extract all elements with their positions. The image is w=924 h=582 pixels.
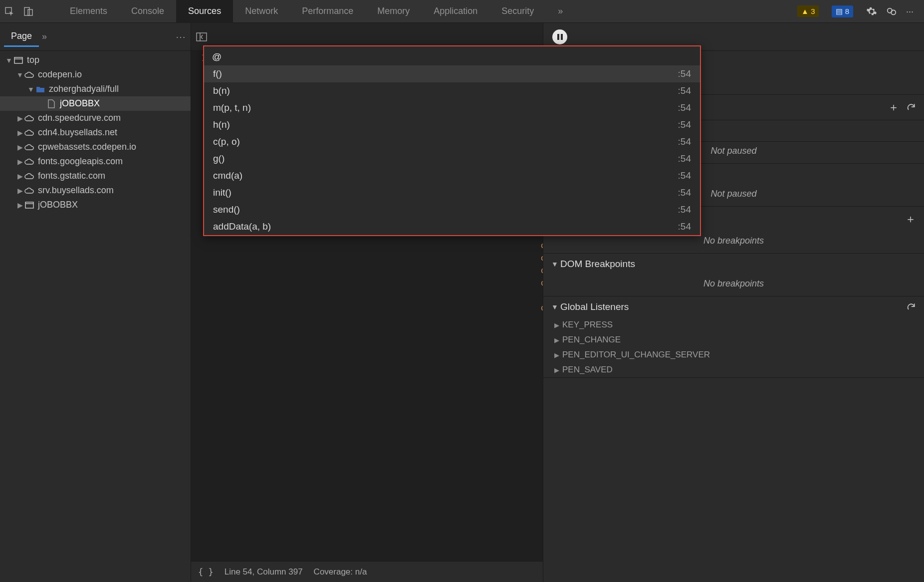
whats-new-icon[interactable]	[886, 6, 897, 17]
add-icon[interactable]: ＋	[905, 212, 916, 227]
window-icon	[13, 57, 24, 64]
svg-rect-2	[28, 9, 32, 15]
tree-twist-icon[interactable]: ▼	[5, 56, 13, 64]
editor-area: @ f():54b(n):54m(p, t, n):54h(n):54c(p, …	[191, 23, 543, 582]
tree-label: fonts.gstatic.com	[38, 171, 105, 181]
devtools-tab-bar: ElementsConsoleSourcesNetworkPerformance…	[0, 0, 924, 23]
tree-twist-icon[interactable]: ▶	[16, 114, 24, 122]
section-header[interactable]: ▼Global Listeners	[543, 296, 924, 317]
tree-label: fonts.googleapis.com	[38, 156, 123, 167]
pretty-print-icon[interactable]: { }	[198, 567, 214, 577]
tree-label: jOBOBBX	[60, 98, 100, 109]
cloud-icon	[24, 144, 35, 151]
section-twist-icon[interactable]: ▼	[551, 260, 560, 268]
refresh-icon[interactable]	[906, 102, 916, 112]
autocomplete-item[interactable]: g():54	[204, 150, 700, 167]
tab-memory[interactable]: Memory	[365, 0, 422, 23]
section-body: No breakpoints	[543, 275, 924, 296]
tree-item[interactable]: ▼codepen.io	[0, 67, 191, 82]
tree-twist-icon[interactable]: ▶	[16, 143, 24, 151]
sidebar-tab-overflow[interactable]: »	[42, 31, 47, 42]
tree-item[interactable]: ▼zoherghadyali/full	[0, 82, 191, 96]
tree-label: cpwebassets.codepen.io	[38, 142, 136, 152]
editor-status-bar: { } Line 54, Column 397 Coverage: n/a	[191, 561, 543, 582]
cloud-icon	[24, 115, 35, 122]
tree-label: cdn4.buysellads.net	[38, 127, 117, 138]
pause-button[interactable]	[552, 29, 567, 44]
tree-item[interactable]: ▶fonts.gstatic.com	[0, 169, 191, 183]
tree-item[interactable]: ▶srv.buysellads.com	[0, 183, 191, 198]
messages-badge[interactable]: ▤ 8	[832, 5, 853, 17]
cursor-position: Line 54, Column 397	[225, 567, 303, 577]
window-icon	[24, 202, 35, 209]
more-vert-icon[interactable]: ⋯	[906, 7, 915, 16]
tree-twist-icon[interactable]: ▶	[16, 201, 24, 209]
tree-label: cdn.speedcurve.com	[38, 113, 121, 123]
tab-performance[interactable]: Performance	[290, 0, 365, 23]
warnings-badge[interactable]: ▲ 3	[797, 5, 819, 17]
file-tree[interactable]: ▼top▼codepen.io▼zoherghadyali/fulljOBOBB…	[0, 51, 191, 212]
tab-network[interactable]: Network	[233, 0, 290, 23]
tab-elements[interactable]: Elements	[58, 0, 119, 23]
tree-twist-icon[interactable]: ▶	[16, 158, 24, 166]
tree-item[interactable]: ▶jOBOBBX	[0, 198, 191, 212]
cloud-icon	[24, 173, 35, 180]
tab-security[interactable]: Security	[489, 0, 546, 23]
device-toolbar-icon[interactable]	[19, 0, 38, 23]
tree-twist-icon[interactable]: ▶	[16, 129, 24, 137]
tree-item[interactable]: ▶cpwebassets.codepen.io	[0, 140, 191, 154]
svg-rect-1	[24, 7, 29, 15]
cloud-icon	[24, 71, 35, 78]
autocomplete-item[interactable]: addData(a, b):54	[204, 218, 700, 235]
cloud-icon	[24, 187, 35, 194]
folder-icon	[35, 86, 46, 93]
sidebar-tab-page[interactable]: Page	[4, 27, 39, 47]
toggle-navigator-icon[interactable]	[196, 32, 207, 41]
cloud-icon	[24, 129, 35, 136]
tab-overflow[interactable]: »	[546, 0, 575, 23]
tree-item[interactable]: ▼top	[0, 53, 191, 67]
tree-item[interactable]: ▶fonts.googleapis.com	[0, 154, 191, 169]
svg-rect-5	[14, 57, 22, 63]
coverage-status: Coverage: n/a	[314, 567, 367, 577]
section-header[interactable]: ▼DOM Breakpoints	[543, 254, 924, 275]
tree-item[interactable]: jOBOBBX	[0, 96, 191, 111]
svg-rect-9	[197, 33, 207, 41]
tree-twist-icon[interactable]: ▼	[16, 71, 24, 79]
outline-autocomplete-popup[interactable]: @ f():54b(n):54m(p, t, n):54h(n):54c(p, …	[203, 45, 701, 236]
tree-label: top	[27, 55, 39, 65]
autocomplete-item[interactable]: cmd(a):54	[204, 167, 700, 184]
autocomplete-item[interactable]: send():54	[204, 201, 700, 218]
autocomplete-item[interactable]: init():54	[204, 184, 700, 201]
tab-sources[interactable]: Sources	[176, 0, 233, 23]
tree-item[interactable]: ▶cdn.speedcurve.com	[0, 111, 191, 125]
tree-label: zoherghadyali/full	[49, 84, 119, 94]
svg-rect-7	[25, 202, 33, 208]
inspect-element-icon[interactable]	[0, 0, 19, 23]
settings-gear-icon[interactable]	[866, 6, 877, 17]
sidebar-more-icon[interactable]: ⋯	[176, 31, 187, 43]
cloud-icon	[24, 158, 35, 165]
add-icon[interactable]: ＋	[888, 100, 899, 115]
listener-item[interactable]: ▶PEN_SAVED	[543, 362, 924, 377]
autocomplete-item[interactable]: b(n):54	[204, 82, 700, 99]
tab-console[interactable]: Console	[119, 0, 176, 23]
svg-point-4	[891, 10, 896, 14]
sources-navigator: Page » ⋯ ▼top▼codepen.io▼zoherghadyali/f…	[0, 23, 191, 582]
tree-label: srv.buysellads.com	[38, 185, 114, 196]
autocomplete-item[interactable]: m(p, t, n):54	[204, 99, 700, 116]
listener-item[interactable]: ▶PEN_CHANGE	[543, 332, 924, 347]
tab-application[interactable]: Application	[422, 0, 489, 23]
tree-item[interactable]: ▶cdn4.buysellads.net	[0, 125, 191, 140]
tree-twist-icon[interactable]: ▶	[16, 187, 24, 195]
autocomplete-query[interactable]: @	[204, 46, 700, 65]
autocomplete-item[interactable]: f():54	[204, 65, 700, 82]
autocomplete-item[interactable]: c(p, o):54	[204, 133, 700, 150]
listener-item[interactable]: ▶KEY_PRESS	[543, 317, 924, 332]
tree-twist-icon[interactable]: ▼	[27, 85, 35, 93]
refresh-icon[interactable]	[906, 302, 916, 312]
tree-twist-icon[interactable]: ▶	[16, 172, 24, 180]
listener-item[interactable]: ▶PEN_EDITOR_UI_CHANGE_SERVER	[543, 347, 924, 362]
section-twist-icon[interactable]: ▼	[551, 303, 560, 311]
autocomplete-item[interactable]: h(n):54	[204, 116, 700, 133]
